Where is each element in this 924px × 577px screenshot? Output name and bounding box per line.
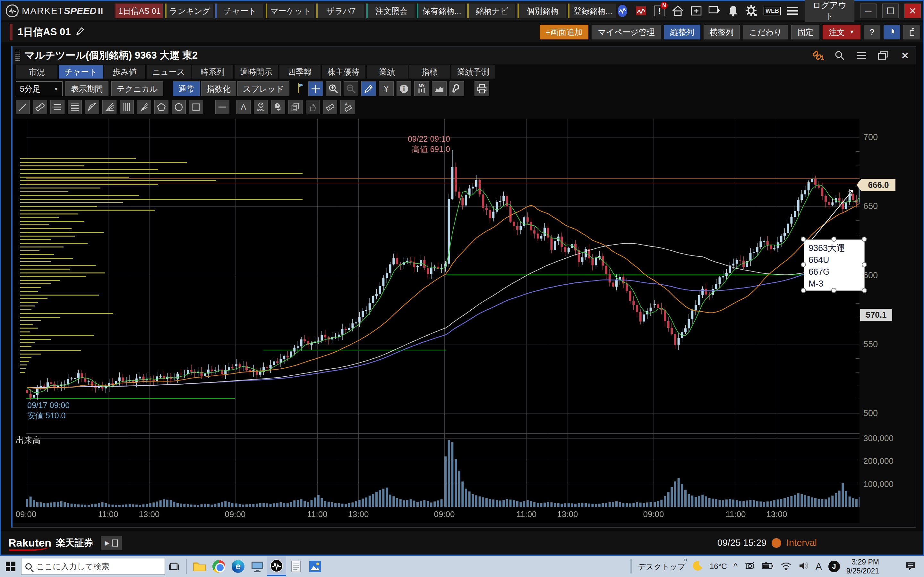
hlines3-icon[interactable] xyxy=(50,100,65,114)
drag-handle-icon[interactable] xyxy=(15,50,20,61)
note-handle-1[interactable] xyxy=(831,237,837,242)
flag-icon[interactable] xyxy=(297,82,305,96)
mode-button-2[interactable]: スプレッド xyxy=(237,81,289,96)
close-button[interactable]: ✕ xyxy=(905,3,921,18)
page-button-2[interactable]: 縦整列 xyxy=(664,25,700,39)
chrome-icon[interactable] xyxy=(209,556,228,576)
notepad-icon[interactable] xyxy=(286,556,305,576)
menu-tab-4[interactable]: ザラバ7 xyxy=(316,3,364,18)
tray-expand-chevron[interactable]: ^ xyxy=(733,561,738,572)
chart-note-box[interactable]: 9363大運 664U 667G M-3 xyxy=(804,239,865,291)
copy-icon[interactable] xyxy=(288,100,302,114)
note-handle-7[interactable] xyxy=(862,288,867,293)
multitool-tab-8[interactable]: 業績 xyxy=(367,65,408,79)
desktop-toolbar[interactable]: » デスクトップ xyxy=(638,561,685,572)
search-icon[interactable] xyxy=(833,49,846,62)
page-button-0[interactable]: +画面追加 xyxy=(540,25,589,39)
draw-pencil-icon[interactable] xyxy=(361,81,376,96)
menu-tab-6[interactable]: 保有銘柄... xyxy=(417,3,465,18)
action-center-icon[interactable] xyxy=(905,560,916,573)
multitool-tab-2[interactable]: 歩み値 xyxy=(104,65,145,79)
zoom-out-icon[interactable] xyxy=(344,81,359,96)
trendline-icon[interactable] xyxy=(16,100,30,114)
overflow-chevrons[interactable]: » xyxy=(684,556,687,563)
yen-icon[interactable]: ¥ xyxy=(379,81,394,96)
bell-icon[interactable] xyxy=(727,4,739,18)
multitool-tab-7[interactable]: 株主優待 xyxy=(322,65,365,79)
wifi-icon[interactable] xyxy=(780,561,792,572)
multitool-tab-9[interactable]: 指標 xyxy=(409,65,450,79)
note-handle-3[interactable] xyxy=(801,262,806,268)
pentagon-icon[interactable] xyxy=(154,100,168,114)
taskbar-clock[interactable]: 3:29 PM 9/25/2021 xyxy=(846,558,879,575)
note-handle-5[interactable] xyxy=(801,288,806,293)
page-button-6[interactable]: 注文▼ xyxy=(822,25,861,39)
menu-tab-7[interactable]: 銘柄ナビ xyxy=(467,3,515,18)
temperature-label[interactable]: 16°C xyxy=(710,562,727,571)
web-link-icon[interactable]: WEB xyxy=(764,7,781,15)
multitool-tab-1[interactable]: チャート xyxy=(59,65,103,79)
multitool-tab-0[interactable]: 市況 xyxy=(16,65,57,79)
speaker-icon[interactable] xyxy=(798,561,809,572)
menu-tab-1[interactable]: ランキング xyxy=(165,3,213,18)
hamburger-menu-icon[interactable] xyxy=(787,4,799,18)
ime-icon[interactable]: J xyxy=(829,561,840,572)
menu-tab-3[interactable]: マーケット xyxy=(266,3,314,18)
alert-icon[interactable]: ! N xyxy=(653,4,666,18)
remote-desktop-icon[interactable] xyxy=(248,556,267,576)
page-button-7[interactable]: ? xyxy=(864,25,880,39)
panel-toggle-button[interactable]: ▶ xyxy=(101,536,122,550)
speed-lines-icon[interactable] xyxy=(102,100,116,114)
zoom-in-icon[interactable] xyxy=(326,81,341,96)
ime-mode-label[interactable]: A xyxy=(816,561,822,572)
add-window-icon[interactable] xyxy=(690,4,703,18)
area-chart-icon[interactable] xyxy=(432,81,447,96)
edge-icon[interactable]: e xyxy=(228,556,248,576)
time-arrow-icon[interactable] xyxy=(271,100,285,114)
multitool-tab-6[interactable]: 四季報 xyxy=(279,65,320,79)
multitool-tab-4[interactable]: 時系列 xyxy=(192,65,233,79)
marketspeed-taskbar-icon[interactable] xyxy=(267,556,286,576)
emoji-icon[interactable]: ICON xyxy=(254,100,268,114)
chart-area[interactable]: 09/22 09:10 高値 691.0 09/17 09:00 安値 510.… xyxy=(13,119,916,523)
toolbar-button-1[interactable]: テクニカル xyxy=(111,81,163,96)
weather-moon-icon[interactable] xyxy=(692,560,703,573)
start-button[interactable] xyxy=(0,556,21,577)
text-icon[interactable]: A xyxy=(236,100,250,114)
price-volume-canvas[interactable] xyxy=(13,119,859,523)
page-button-3[interactable]: 横整列 xyxy=(704,25,740,39)
rect-icon[interactable] xyxy=(189,100,203,114)
fan-arc-icon[interactable] xyxy=(85,100,99,114)
menu-tab-0[interactable]: 1日信AS 01 xyxy=(115,3,163,18)
toolbar-button-0[interactable]: 表示期間 xyxy=(65,81,108,96)
display-icon[interactable] xyxy=(708,4,721,18)
note-handle-4[interactable] xyxy=(862,262,867,268)
maximize-button[interactable]: ☐ xyxy=(882,3,899,18)
page-button-5[interactable]: 固定 xyxy=(791,25,819,39)
page-button-1[interactable]: マイページ管理 xyxy=(591,25,661,39)
note-handle-6[interactable] xyxy=(831,288,837,293)
fan-lines-icon[interactable] xyxy=(137,100,151,114)
taskbar-search-input[interactable]: ここに入力して検索 xyxy=(21,558,165,575)
window-menu-icon[interactable] xyxy=(855,49,868,62)
hand-icon[interactable] xyxy=(306,100,320,114)
mode-button-1[interactable]: 指数化 xyxy=(201,81,236,96)
mode-button-0[interactable]: 通常 xyxy=(173,81,200,96)
logout-button[interactable]: ログアウト xyxy=(804,0,854,24)
menu-tab-2[interactable]: チャート xyxy=(215,3,263,18)
hline-icon[interactable] xyxy=(215,100,229,114)
popout-icon[interactable] xyxy=(877,49,890,62)
menu-tab-8[interactable]: 個別銘柄 xyxy=(517,3,565,18)
note-handle-2[interactable] xyxy=(862,237,867,242)
vlines-icon[interactable] xyxy=(120,100,134,114)
multitool-tab-10[interactable]: 業績予測 xyxy=(451,65,495,79)
menu-tab-5[interactable]: 注文照会 xyxy=(367,3,415,18)
eraser-text-icon[interactable]: A xyxy=(341,100,355,114)
photos-icon[interactable] xyxy=(305,556,325,576)
period-select[interactable]: 5分足 ▼ xyxy=(16,81,63,96)
hlines5-icon[interactable] xyxy=(68,100,82,114)
chart-blue-icon[interactable] xyxy=(616,4,629,18)
crosshair-icon[interactable] xyxy=(309,81,323,96)
note-handle-0[interactable] xyxy=(801,237,806,242)
multitool-titlebar[interactable]: マルチツール(個別銘柄) 9363 大運 東2 1 ✕ xyxy=(13,47,916,64)
